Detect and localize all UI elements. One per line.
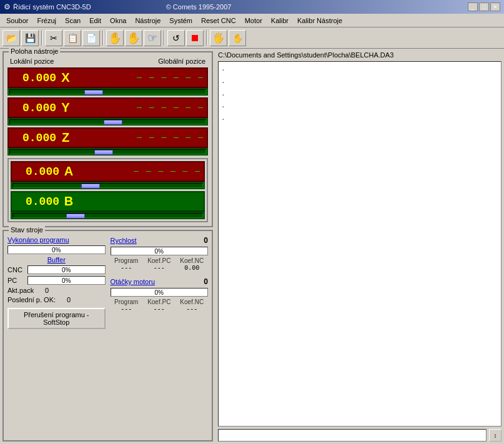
menu-system[interactable]: Systém <box>166 16 196 26</box>
toolbar-copy[interactable]: 📋 <box>64 30 81 46</box>
toolbar-stop[interactable]: ⏹ <box>186 30 204 46</box>
rychlost-table: Program Koef.PC Koef.NC --- --- 0.00 <box>111 257 209 272</box>
maximize-button[interactable]: □ <box>479 2 489 11</box>
axis-x-label: X <box>59 71 72 85</box>
rychlost-val: 0 <box>204 236 208 245</box>
toolbar-paste[interactable]: 📄 <box>82 30 100 46</box>
menu-kalibr-nastroje[interactable]: Kalibr Nástroje <box>294 16 346 26</box>
axis-x-thumb <box>84 90 103 95</box>
toolbar-sep1 <box>41 31 42 46</box>
pc-pct: 0% <box>28 277 105 285</box>
otacky-pct: 0% <box>111 289 208 297</box>
koef-nc2-header: Koef.NC <box>176 298 209 305</box>
akt-pack-label: Akt.pack <box>7 287 34 294</box>
axis-a-global: — — — — — — <box>134 167 201 176</box>
rychlost-progress: 0% <box>111 247 209 255</box>
vykonano-progress: 0% <box>7 245 106 254</box>
menu-motor[interactable]: Motor <box>241 16 266 26</box>
axis-b-thumb <box>66 214 85 219</box>
toolbar-refresh[interactable]: ↺ <box>167 30 185 46</box>
file-line-1: · <box>221 77 498 89</box>
akt-pack-val: 0 <box>36 287 49 294</box>
menu-okna[interactable]: Okna <box>106 16 130 26</box>
menu-frezuj[interactable]: Frézuj <box>33 16 60 26</box>
rychlost-pct: 0% <box>111 247 208 256</box>
axis-b-row: 0.000 B <box>11 191 205 212</box>
axis-z-track <box>9 149 206 154</box>
axis-x-progress <box>7 88 208 96</box>
stav-title: Stav stroje <box>9 226 45 234</box>
axis-x-track <box>9 89 206 94</box>
toolbar-cut[interactable]: ✂ <box>45 30 62 46</box>
axis-z-row: 0.000 Z — — — — — — <box>7 127 208 148</box>
koef-pc-val: --- <box>143 265 175 272</box>
buffer-label[interactable]: Buffer <box>7 256 106 264</box>
stav-right: Rychlost 0 0% Program Koef.PC Koef.NC --… <box>111 236 209 329</box>
cnc-pct: 0% <box>28 266 105 275</box>
toolbar-move[interactable]: ✋ <box>229 30 246 46</box>
file-search-input[interactable] <box>218 429 487 442</box>
axis-z-global: — — — — — — <box>137 133 204 142</box>
menu-scan[interactable]: Scan <box>61 16 84 26</box>
local-label: Lokální pozice <box>10 57 54 65</box>
axis-y-local: 0.000 <box>11 102 56 114</box>
toolbar-hand2[interactable]: ✋ <box>125 30 142 46</box>
close-button[interactable]: ✕ <box>490 2 500 11</box>
toolbar-hand1[interactable]: ✋ <box>106 30 124 46</box>
minimize-button[interactable]: _ <box>468 2 478 11</box>
file-line-2: · <box>221 89 498 102</box>
vykonano-pct: 0% <box>8 246 105 255</box>
cnc-label: CNC <box>7 266 25 274</box>
toolbar-open[interactable]: 📂 <box>2 30 20 46</box>
cnc-row: CNC 0% <box>7 265 106 274</box>
menu-reset-cnc[interactable]: Reset CNC <box>197 16 240 26</box>
axis-y-thumb <box>104 120 122 125</box>
axis-a-group: 0.000 A — — — — — — <box>11 161 205 189</box>
menu-edit[interactable]: Edit <box>86 16 105 26</box>
axis-xyz: 0.000 X — — — — — — 0.000 Y <box>7 67 208 155</box>
toolbar-save[interactable]: 💾 <box>21 30 39 46</box>
softbutton[interactable]: Přerušení programu - SoftStop <box>7 308 106 329</box>
axis-y-global: — — — — — — <box>137 103 204 112</box>
rychlost-label[interactable]: Rychlost <box>111 237 137 244</box>
axis-x-local: 0.000 <box>11 72 56 84</box>
axis-b-progress <box>11 212 205 219</box>
axis-x-group: 0.000 X — — — — — — <box>7 67 208 96</box>
posledni-val: 0 <box>58 296 71 303</box>
koef-pc2-val: --- <box>143 306 175 313</box>
toolbar-sep2 <box>102 31 104 46</box>
menu-nastroje[interactable]: Nástroje <box>131 16 164 26</box>
ab-group: 0.000 A — — — — — — 0.000 B <box>7 158 208 222</box>
koef-nc2-val: --- <box>176 306 209 313</box>
file-path: C:\Documents and Settings\student\Plocha… <box>218 51 502 59</box>
toolbar-hand3[interactable]: ☞ <box>144 30 161 46</box>
axis-z-label: Z <box>59 131 72 145</box>
axis-a-row: 0.000 A — — — — — — <box>11 161 205 182</box>
right-panel: C:\Documents and Settings\student\Plocha… <box>215 49 504 444</box>
otacky-progress: 0% <box>111 288 209 297</box>
file-lines: · · · · · <box>221 64 498 126</box>
toolbar-sep3 <box>164 31 165 46</box>
prog2-header: Program <box>111 298 143 305</box>
prog-header: Program <box>111 257 143 264</box>
main-content: Poloha nástroje Lokální pozice Globální … <box>0 49 504 444</box>
file-scroll-btn[interactable]: ↕ <box>489 429 502 442</box>
toolbar-grab[interactable]: 🖐 <box>210 30 227 46</box>
menu-kalibr[interactable]: Kalibr <box>267 16 292 26</box>
vykonano-label[interactable]: Vykonáno programu <box>7 236 106 244</box>
menu-soubor[interactable]: Soubor <box>2 16 32 26</box>
file-content[interactable]: · · · · · <box>218 61 502 427</box>
stav-left: Vykonáno programu 0% Buffer CNC 0% <box>7 236 106 329</box>
prog2-val: --- <box>111 306 143 313</box>
axis-y-label: Y <box>59 101 72 115</box>
axis-x-global: — — — — — — <box>137 73 204 82</box>
axis-z-group: 0.000 Z — — — — — — <box>7 127 208 155</box>
axis-y-group: 0.000 Y — — — — — — <box>7 97 208 126</box>
rychlost-header: Rychlost 0 <box>111 236 209 245</box>
axis-b-local: 0.000 <box>14 195 59 208</box>
otacky-label[interactable]: Otáčky motoru <box>111 278 156 285</box>
left-panel: Poloha nástroje Lokální pozice Globální … <box>0 49 215 444</box>
menu-bar: Soubor Frézuj Scan Edit Okna Nástroje Sy… <box>0 14 504 27</box>
koef-pc2-header: Koef.PC <box>143 298 175 305</box>
koef-pc-header: Koef.PC <box>143 257 175 264</box>
